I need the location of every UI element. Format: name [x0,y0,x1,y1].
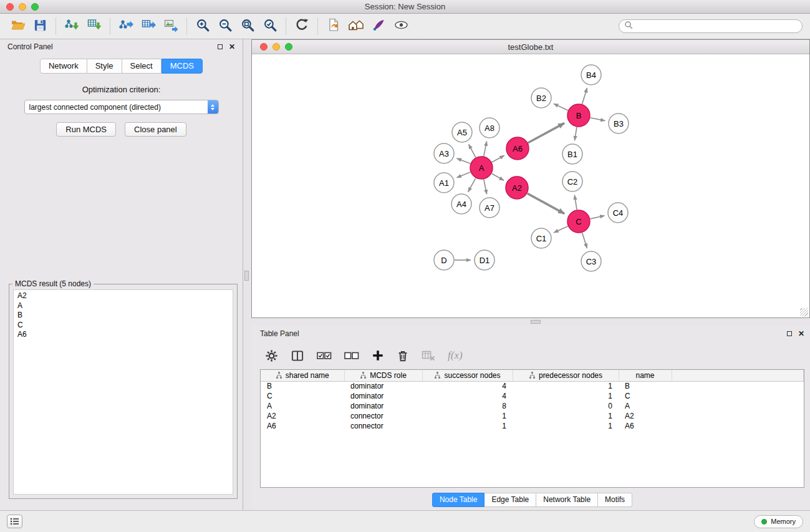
graph-node-label: C1 [536,234,547,243]
tab-select[interactable]: Select [122,59,162,74]
curve-tool-button[interactable] [367,16,390,37]
zoom-window-button[interactable] [31,3,39,11]
select-all-columns-button[interactable] [317,351,332,360]
search-field[interactable] [619,19,803,33]
minimize-window-button[interactable] [19,3,26,11]
unselect-all-columns-button[interactable] [344,351,359,360]
table-row[interactable]: A6connector 11 A6 [261,421,804,431]
graph-edge[interactable] [554,226,568,233]
graph-node-label: B4 [586,70,596,80]
tab-style[interactable]: Style [87,59,122,74]
houses-button[interactable] [345,16,367,37]
network-canvas[interactable]: B4B2BB3A5A8A6B1A3AC2A1A2A4A7CC4C1C3DD1 [252,54,809,317]
close-panel-icon-button[interactable]: ✕ [229,43,235,51]
refresh-button[interactable] [291,16,313,37]
tab-network[interactable]: Network [40,59,87,74]
control-panel-title: Control Panel [7,42,211,51]
graph-edge[interactable] [591,118,605,121]
list-item[interactable]: A2 [14,291,233,301]
graph-edge[interactable] [591,216,605,219]
column-header-successor-nodes[interactable]: successor nodes [422,370,513,381]
zoom-fit-button[interactable] [236,16,259,37]
show-task-history-button[interactable] [7,515,22,528]
table-row[interactable]: A2connector 11 A2 [261,411,804,421]
graph-edge[interactable] [575,127,577,141]
graph-edge[interactable] [574,195,577,210]
export-network-button[interactable] [115,16,137,37]
graph-edge[interactable] [484,142,487,157]
graph-edge[interactable] [528,193,564,213]
network-view-window: testGlobe.txt B4B2BB3A5A8A6B1A3AC2A1A2A4… [251,39,810,318]
save-session-button[interactable] [29,16,51,37]
run-mcds-button[interactable]: Run MCDS [56,122,116,137]
graph-node-label: B [576,111,582,120]
import-table-from-file-button[interactable] [83,16,105,37]
float-panel-button[interactable] [787,331,792,336]
close-panel-icon-button[interactable]: ✕ [798,330,804,337]
tab-network-table[interactable]: Network Table [536,493,598,507]
graph-edge[interactable] [528,123,564,143]
search-input[interactable] [636,21,797,31]
export-image-button[interactable] [160,16,182,37]
graph-edge[interactable] [484,180,487,195]
graph-node-label: B2 [536,94,546,103]
create-column-button[interactable] [372,349,384,362]
open-session-button[interactable] [6,16,29,37]
split-divider-button[interactable] [244,271,249,281]
list-item[interactable]: C [14,321,233,331]
tab-node-table[interactable]: Node Table [432,493,485,507]
memory-button[interactable]: Memory [754,515,803,528]
application-window: Session: New Session [0,0,810,532]
close-panel-button[interactable]: Close panel [125,122,186,137]
import-network-from-file-button[interactable] [60,16,83,37]
graph-edge[interactable] [492,173,504,180]
tab-mcds[interactable]: MCDS [162,59,203,74]
table-options-button[interactable] [265,349,278,362]
network-graph[interactable]: B4B2BB3A5A8A6B1A3AC2A1A2A4A7CC4C1C3DD1 [252,54,809,317]
search-icon [624,21,633,32]
show-columns-button[interactable] [291,349,304,362]
graph-edge[interactable] [456,172,470,178]
horizontal-split-divider[interactable] [251,318,810,326]
memory-status-icon [761,519,767,525]
table-row[interactable]: Adominator 80 A [261,401,804,411]
network-minimize-button[interactable] [272,43,280,51]
graph-edge[interactable] [492,155,504,162]
tab-motifs[interactable]: Motifs [598,493,632,507]
table-row[interactable]: Cdominator 41 C [261,391,804,401]
column-header-mcds-role[interactable]: MCDS role [344,370,422,381]
titlebar: Session: New Session [0,0,810,14]
list-item[interactable]: A6 [14,330,233,340]
tab-edge-table[interactable]: Edge Table [485,493,536,507]
graph-edge[interactable] [554,104,568,110]
open-folder-icon [10,17,26,35]
zoom-in-button[interactable] [191,16,214,37]
split-divider-button[interactable] [531,320,541,324]
list-item[interactable]: A [14,301,233,311]
graph-edge[interactable] [468,178,476,192]
graph-edge[interactable] [469,144,476,157]
list-item[interactable]: B [14,311,233,321]
column-header-shared-name[interactable]: shared name [261,370,344,381]
document-arrow-button[interactable] [322,16,345,37]
export-table-button[interactable] [137,16,160,37]
main-toolbar [0,14,810,39]
graph-edge[interactable] [582,88,587,104]
column-header-name[interactable]: name [619,370,672,381]
network-close-button[interactable] [260,43,268,51]
graph-edge[interactable] [582,233,587,248]
column-header-predecessor-nodes[interactable]: predecessor nodes [513,370,619,381]
show-graphics-details-button[interactable] [390,16,412,37]
graph-edge[interactable] [457,158,471,163]
criterion-dropdown[interactable]: largest connected component (directed) [24,100,219,114]
network-zoom-button[interactable] [285,43,292,51]
zoom-selected-button[interactable] [259,16,281,37]
mcds-result-list[interactable]: A2 A B C A6 [13,289,233,495]
attribute-type-icon [360,372,367,379]
float-panel-button[interactable] [218,44,223,49]
delete-column-button[interactable] [397,349,409,362]
table-row[interactable]: Bdominator 41 B [261,381,804,391]
zoom-out-button[interactable] [214,16,236,37]
close-window-button[interactable] [6,3,14,11]
window-resize-grip[interactable] [800,308,808,316]
